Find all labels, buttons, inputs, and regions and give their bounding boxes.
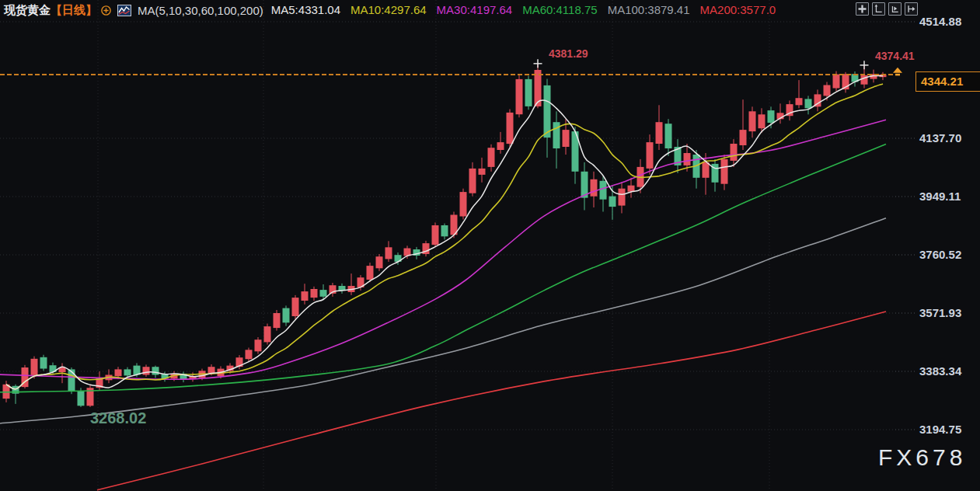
y-axis-label: 3760.52: [919, 248, 961, 261]
x-axis-scale-icon[interactable]: [888, 2, 902, 16]
chart-header: 现货黄金 【日线】 MA(5,10,30,60,100,200) MA5:433…: [4, 2, 786, 18]
ma-legend-item: MA100:3879.41: [608, 3, 690, 16]
swing-high-annotation: 4374.41: [875, 50, 915, 62]
y-axis-label: 3194.75: [919, 423, 961, 436]
watermark: FX678: [878, 444, 966, 471]
y-axis-label: 4137.70: [919, 131, 961, 145]
ma-legend-item: MA200:3577.0: [700, 3, 776, 16]
swing-low-annotation: 3268.02: [90, 409, 146, 427]
y-axis-label: 3949.11: [919, 190, 961, 203]
ma-legend-item: MA10:4297.64: [350, 3, 427, 16]
chart-toolbar: [856, 2, 918, 16]
cursor-cross-marker: [534, 59, 542, 68]
circle-plus-icon[interactable]: [100, 5, 112, 16]
last-price-box: 4344.21: [915, 71, 980, 92]
cursor-cross-marker: [860, 61, 869, 69]
y-axis-label: 4514.88: [919, 15, 961, 28]
price-alert-arrow-icon: [893, 68, 902, 76]
y-axis-label: 3383.34: [919, 364, 961, 378]
trading-chart-window: 现货黄金 【日线】 MA(5,10,30,60,100,200) MA5:433…: [0, 0, 980, 491]
swing-high-annotation: 4381.29: [549, 47, 588, 60]
candlestick-chart-canvas[interactable]: [0, 0, 980, 491]
ma-legend-item: MA5:4331.04: [271, 3, 340, 16]
ma-legend-item: MA60:4118.75: [522, 3, 597, 16]
crosshair-tool-icon[interactable]: [856, 2, 869, 16]
indicator-chart-icon[interactable]: [117, 5, 131, 16]
last-price-value: 4344.21: [921, 75, 963, 88]
jump-to-latest-icon[interactable]: [905, 2, 918, 16]
ma-legend-item: MA30:4197.64: [437, 3, 513, 16]
instrument-name: 现货黄金: [4, 3, 51, 18]
y-axis-label: 3571.93: [919, 306, 961, 319]
y-axis-scale-icon[interactable]: [872, 2, 885, 16]
ma-overlay-label: MA(5,10,30,60,100,200): [138, 4, 263, 17]
ma-legend: MA5:4331.04MA10:4297.64MA30:4197.64MA60:…: [271, 3, 786, 17]
timeframe-label[interactable]: 【日线】: [51, 3, 97, 18]
